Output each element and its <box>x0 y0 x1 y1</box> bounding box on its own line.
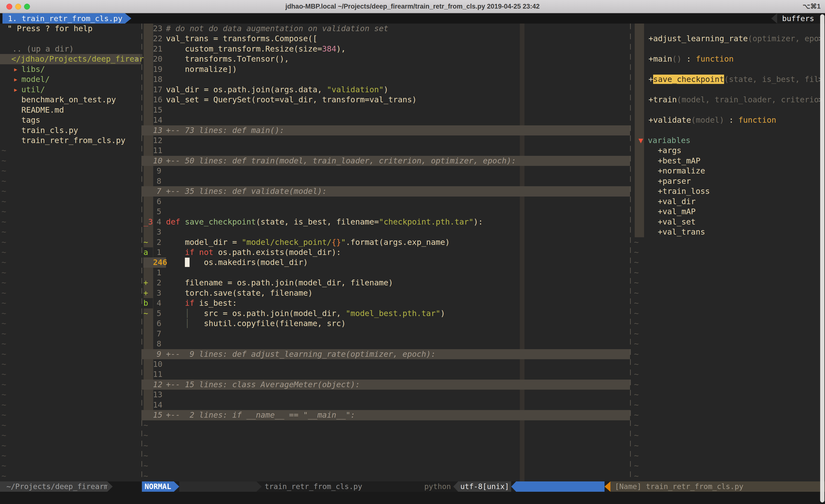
line-number: 3 <box>153 288 166 298</box>
code-line[interactable]: 10 <box>141 359 630 369</box>
tag-item[interactable]: +args <box>632 146 825 156</box>
code-line[interactable]: 22val_trans = transforms.Compose([ <box>141 33 630 44</box>
tree-item[interactable]: README.md <box>0 105 141 115</box>
tab-active[interactable]: 1. train_retr_from_cls.py <box>2 13 125 23</box>
code-line[interactable]: 21 custom_transform.Resize(size=384), <box>141 44 630 54</box>
code-line[interactable]: 7 <box>141 329 630 339</box>
file-tree-panel[interactable]: " Press ? for help.. (up a dir)</jdhao/P… <box>0 23 141 482</box>
code-line[interactable]: 246 os.makedirs(model_dir) <box>141 257 630 267</box>
tag-item[interactable]: +train_loss <box>632 186 825 196</box>
arr: ▸ <box>13 85 21 95</box>
tag-item[interactable] <box>632 125 825 136</box>
fold-line[interactable]: 9+-- 9 lines: def adjust_learning_rate(o… <box>141 349 630 359</box>
text-span: +val_trans <box>658 227 705 237</box>
code-line[interactable]: 14 <box>141 115 630 125</box>
code-line[interactable]: 15 <box>141 105 630 115</box>
tagbar-panel[interactable]: +adjust_learning_rate(optimizer, epo>+ma… <box>632 23 825 482</box>
code-line[interactable]: 6 <box>141 196 630 206</box>
code-line[interactable]: a1 if not os.path.exists(model_dir): <box>141 247 630 257</box>
tag-item[interactable] <box>632 105 825 115</box>
tag-item[interactable]: +best_mAP <box>632 156 825 166</box>
code-line[interactable]: +3 torch.save(state, filename) <box>141 288 630 298</box>
gutter-sign <box>143 33 153 44</box>
tree-item[interactable]: .. (up a dir) <box>0 44 141 54</box>
code-line[interactable]: 20 transforms.ToTensor(), <box>141 54 630 64</box>
code-line[interactable]: ~2 model_dir = "model/check_point/{}".fo… <box>141 237 630 247</box>
tag-item[interactable]: +normalize <box>632 166 825 176</box>
code-line[interactable]: 1 <box>141 268 630 278</box>
tag-item[interactable]: +parser <box>632 176 825 186</box>
code-line[interactable]: _34def save_checkpoint(state, is_best, f… <box>141 217 630 227</box>
code-line[interactable]: +2 filename = os.path.join(model_dir, fi… <box>141 278 630 288</box>
tag-item[interactable]: +validate(model) : function <box>632 115 825 125</box>
code-line[interactable]: 8 <box>141 339 630 349</box>
tg-teal: variables <box>648 136 690 145</box>
truncation-arrow-icon: > <box>134 54 139 64</box>
tag-item[interactable]: +val_mAP <box>632 206 825 217</box>
tag-item[interactable] <box>632 44 825 54</box>
line-number: 15 <box>153 410 166 420</box>
window-separator[interactable] <box>630 23 631 482</box>
tag-item[interactable]: +main() : function <box>632 54 825 64</box>
tree-item[interactable] <box>0 33 141 44</box>
fold-line[interactable]: 15+-- 2 lines: if __name__ == "__main__"… <box>141 410 630 420</box>
vim-workspace: " Press ? for help.. (up a dir)</jdhao/P… <box>0 23 825 482</box>
command-line[interactable] <box>0 492 825 504</box>
code-line[interactable]: 8 <box>141 176 630 186</box>
editor-panel[interactable]: 23# do not do data augmentation on valid… <box>141 23 630 482</box>
code-line[interactable]: ~5 │ src = os.path.join(model_dir, "mode… <box>141 309 630 319</box>
tag-item[interactable]: +train(model, train_loader, criterio> <box>632 95 825 105</box>
code-line[interactable]: 9 <box>141 166 630 176</box>
filetype-label: python <box>424 482 451 492</box>
fn: save_checkpoint <box>185 217 256 227</box>
empty-line-tilde: ~ <box>0 359 141 369</box>
tag-item[interactable] <box>632 85 825 95</box>
code-line[interactable]: 19 normalize]) <box>141 64 630 74</box>
code-line[interactable]: 14 <box>141 400 630 410</box>
code-line[interactable]: 13 <box>141 390 630 400</box>
tree-item[interactable]: benchmark_on_test.py <box>0 95 141 105</box>
code-line[interactable]: 5 <box>141 206 630 217</box>
tree-item[interactable]: ▸libs/ <box>0 64 141 74</box>
empty-line-tilde: ~ <box>632 329 825 339</box>
foldtxt: +-- 9 lines: def adjust_learning_rate(op… <box>166 349 436 359</box>
tag-item[interactable]: +save_checkpoint(state, is_best, fil> <box>632 74 825 84</box>
code-line[interactable]: 17val_dir = os.path.join(args.data, "val… <box>141 85 630 95</box>
code-line[interactable]: 6 │ shutil.copyfile(filename, src) <box>141 319 630 329</box>
tree-item[interactable]: train_cls.py <box>0 125 141 136</box>
tag-item[interactable]: +val_trans <box>632 227 825 237</box>
tag-item[interactable]: +val_set <box>632 217 825 227</box>
code-line[interactable]: 3 <box>141 227 630 237</box>
tree-item[interactable]: tags <box>0 115 141 125</box>
tree-item[interactable]: ▸model/ <box>0 74 141 84</box>
fold-line[interactable]: 10+-- 50 lines: def train(model, train_l… <box>141 156 630 166</box>
code-line[interactable]: 18 <box>141 74 630 84</box>
tag-item[interactable]: +adjust_learning_rate(optimizer, epo> <box>632 33 825 44</box>
code-line[interactable]: b4 if is_best: <box>141 298 630 308</box>
fold-line[interactable]: 12+-- 15 lines: class AverageMeter(objec… <box>141 380 630 390</box>
fold-line[interactable]: 13+-- 73 lines: def main(): <box>141 125 630 136</box>
tag-item[interactable]: +val_dir <box>632 196 825 206</box>
code-line[interactable]: 11 <box>141 146 630 156</box>
code-line[interactable]: 23# do not do data augmentation on valid… <box>141 23 630 33</box>
tree-item[interactable]: " Press ? for help <box>0 23 141 33</box>
tree-item[interactable]: ▸util/ <box>0 85 141 95</box>
fold-line[interactable]: 7+-- 35 lines: def validate(model): <box>141 186 630 196</box>
tree-item[interactable]: train_retr_from_cls.py <box>0 136 141 146</box>
empty-line-tilde: ~ <box>632 339 825 349</box>
tree-item[interactable]: </jdhao/Projects/deep_firear> <box>0 54 141 64</box>
text-span: +val_mAP <box>658 207 696 216</box>
tag-item[interactable] <box>632 64 825 74</box>
line-number: 246 <box>153 257 166 267</box>
tag-section[interactable]: ▼ variables <box>632 136 825 146</box>
code-line[interactable]: 12 <box>141 136 630 146</box>
gutter-sign <box>143 146 153 156</box>
text-span: +args <box>658 146 681 155</box>
code-line[interactable]: 11 <box>141 369 630 380</box>
scrollbar[interactable] <box>820 14 825 503</box>
code-line[interactable]: 16val_set = QuerySet(root=val_dir, trans… <box>141 95 630 105</box>
line-number: 15 <box>153 105 166 115</box>
gutter-sign <box>143 410 153 420</box>
tag-item[interactable] <box>632 23 825 33</box>
gutter-sign <box>143 115 153 125</box>
